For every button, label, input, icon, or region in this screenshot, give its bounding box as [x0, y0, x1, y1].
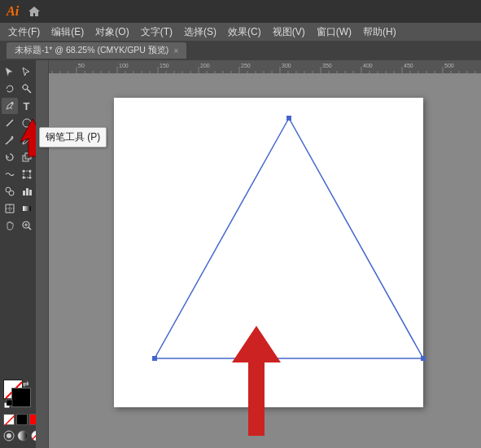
title-bar: Ai: [0, 0, 481, 23]
warp-tool[interactable]: [2, 166, 18, 182]
svg-text:450: 450: [404, 63, 413, 68]
menu-file[interactable]: 文件(F): [3, 24, 45, 41]
tool-row-4: [0, 115, 36, 131]
svg-text:100: 100: [119, 63, 129, 68]
svg-line-27: [28, 227, 31, 230]
paintbrush-tool[interactable]: [2, 132, 18, 148]
tool-row-8: [0, 183, 36, 200]
ruler-left: [36, 60, 49, 448]
menu-help[interactable]: 帮助(H): [358, 24, 401, 41]
svg-point-36: [18, 431, 28, 441]
svg-rect-12: [24, 171, 30, 178]
pencil-tool[interactable]: [19, 132, 35, 148]
direct-select-tool[interactable]: [19, 64, 35, 80]
toolbar: T: [0, 60, 36, 448]
menu-object[interactable]: 对象(O): [90, 24, 133, 41]
svg-point-18: [9, 191, 14, 195]
svg-text:50: 50: [78, 63, 85, 68]
pen-tool[interactable]: [2, 98, 18, 114]
gradient-tool[interactable]: [19, 200, 35, 217]
svg-text:300: 300: [282, 63, 291, 68]
tool-row-2: [0, 81, 36, 97]
svg-text:150: 150: [160, 63, 169, 68]
svg-point-14: [28, 170, 31, 173]
stroke-color-box[interactable]: [11, 388, 31, 407]
svg-line-33: [5, 415, 15, 425]
menu-select[interactable]: 选择(S): [179, 24, 221, 41]
menu-edit[interactable]: 编辑(E): [46, 24, 89, 41]
svg-line-0: [27, 89, 31, 93]
document-tab[interactable]: 未标题-1* @ 68.25% (CMYK/GPU 预览) ×: [7, 42, 186, 59]
svg-point-6: [11, 102, 13, 104]
main-area: T: [0, 60, 481, 448]
tab-close-btn[interactable]: ×: [173, 46, 178, 55]
tool-row-9: [0, 200, 36, 217]
tool-row-7: [0, 166, 36, 182]
svg-point-13: [22, 170, 24, 173]
svg-rect-20: [26, 188, 28, 195]
swap-colors-icon[interactable]: ⇄: [23, 380, 33, 389]
svg-point-15: [22, 177, 24, 179]
svg-line-9: [11, 138, 12, 139]
svg-text:250: 250: [241, 63, 251, 68]
home-icon[interactable]: [25, 2, 43, 20]
ellipse-tool[interactable]: [19, 115, 35, 131]
chart-tool[interactable]: [19, 183, 35, 200]
tab-bar: 未标题-1* @ 68.25% (CMYK/GPU 预览) ×: [0, 41, 481, 60]
rotate-tool[interactable]: [2, 149, 18, 165]
tool-row-6: [0, 149, 36, 165]
menu-view[interactable]: 视图(V): [268, 24, 310, 41]
svg-rect-40: [36, 60, 481, 73]
shape-builder-tool[interactable]: [2, 183, 18, 200]
svg-point-35: [7, 433, 11, 438]
svg-text:200: 200: [200, 63, 210, 68]
svg-text:400: 400: [363, 63, 373, 68]
color-mode-btn[interactable]: [3, 430, 15, 441]
free-transform-tool[interactable]: [19, 166, 35, 182]
default-colors-icon[interactable]: [3, 399, 13, 409]
line-tool[interactable]: [2, 115, 18, 131]
gradient-mode-btn[interactable]: [17, 430, 28, 441]
svg-point-1: [23, 85, 28, 90]
black-swatch[interactable]: [16, 414, 28, 425]
menu-window[interactable]: 窗口(W): [312, 24, 356, 41]
menu-bar: 文件(F) 编辑(E) 对象(O) 文字(T) 选择(S) 效果(C) 视图(V…: [0, 23, 481, 41]
type-tool[interactable]: T: [19, 98, 35, 114]
slice-tool[interactable]: [2, 200, 18, 217]
svg-rect-32: [7, 400, 12, 406]
svg-text:350: 350: [322, 63, 332, 68]
svg-rect-19: [23, 191, 25, 195]
artboard: [114, 98, 423, 407]
svg-rect-11: [25, 153, 31, 159]
svg-text:500: 500: [444, 63, 454, 68]
canvas-area[interactable]: 50100150200250300350400450500550: [36, 60, 481, 448]
ruler-top: 50100150200250300350400450500550: [36, 60, 481, 73]
tool-row-10: [0, 217, 36, 234]
select-tool[interactable]: [2, 64, 18, 80]
tab-label: 未标题-1* @ 68.25% (CMYK/GPU 预览): [15, 45, 168, 56]
svg-rect-25: [23, 206, 31, 211]
fill-stroke-box: ⇄: [3, 380, 33, 409]
lasso-tool[interactable]: [2, 81, 18, 97]
menu-text[interactable]: 文字(T): [136, 24, 177, 41]
svg-point-16: [28, 177, 31, 179]
svg-line-7: [7, 120, 13, 126]
zoom-tool[interactable]: [19, 217, 35, 234]
svg-point-8: [23, 119, 31, 127]
hand-tool[interactable]: [2, 217, 18, 234]
menu-effect[interactable]: 效果(C): [223, 24, 266, 41]
none-swatch[interactable]: [3, 414, 15, 425]
canvas-surface: [49, 73, 481, 448]
pen-tool-tooltip: 钢笔工具 (P): [39, 127, 107, 147]
tool-row-5: [0, 132, 36, 148]
tool-row-3: T: [0, 98, 36, 114]
svg-rect-21: [29, 190, 32, 195]
magic-wand-tool[interactable]: [19, 81, 35, 97]
tool-row-1: [0, 64, 36, 80]
scale-tool[interactable]: [19, 149, 35, 165]
app-logo: Ai: [7, 4, 19, 19]
